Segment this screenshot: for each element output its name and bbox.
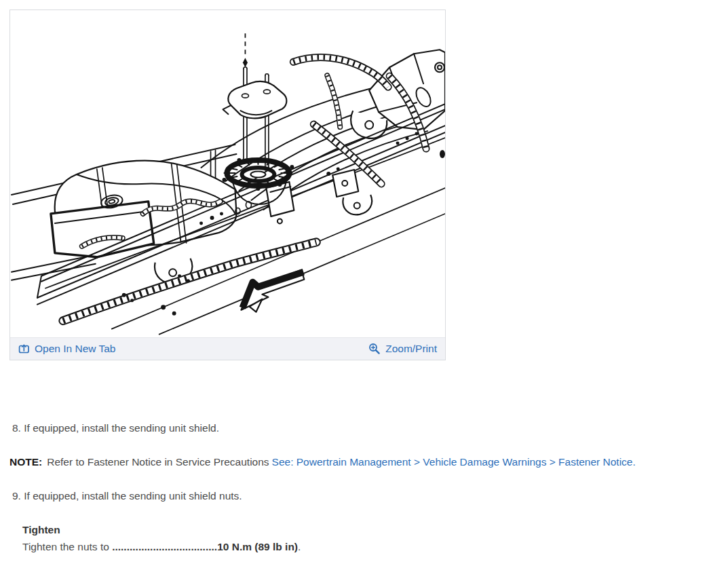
frame-kickup	[351, 50, 445, 138]
step-9: 9. If equipped, install the sending unit…	[12, 489, 242, 503]
image-panel: Open In New Tab Zoom/Print	[9, 10, 446, 360]
image-toolbar: Open In New Tab Zoom/Print	[10, 337, 445, 360]
note-line: NOTE:Refer to Fastener Notice in Service…	[9, 455, 636, 469]
diagram-figure	[10, 10, 445, 337]
zoom-in-icon	[368, 343, 381, 355]
open-in-new-tab-icon	[18, 343, 30, 354]
note-text: Refer to Fastener Notice in Service Prec…	[47, 456, 269, 468]
zoom-print-label: Zoom/Print	[385, 343, 437, 355]
open-in-new-tab-link[interactable]: Open In New Tab	[18, 343, 115, 355]
fuel-tank	[51, 161, 237, 257]
step-8: 8. If equipped, install the sending unit…	[12, 421, 219, 435]
open-in-new-tab-label: Open In New Tab	[35, 343, 115, 355]
note-see-link[interactable]: See: Powertrain Management > Vehicle Dam…	[272, 456, 636, 468]
zoom-print-link[interactable]: Zoom/Print	[368, 343, 437, 355]
tighten-dots: ....................................	[112, 541, 217, 552]
tighten-value: 10 N.m (89 lb in)	[217, 541, 298, 552]
tighten-spec-line: Tighten the nuts to ....................…	[22, 540, 301, 554]
shield-bracket	[223, 81, 287, 118]
tighten-suffix: .	[298, 541, 301, 552]
note-label: NOTE:	[9, 456, 42, 468]
tighten-label: Tighten	[22, 523, 60, 537]
chassis-diagram	[10, 10, 445, 337]
direction-arrow	[241, 270, 304, 312]
tighten-prefix: Tighten the nuts to	[22, 541, 112, 552]
